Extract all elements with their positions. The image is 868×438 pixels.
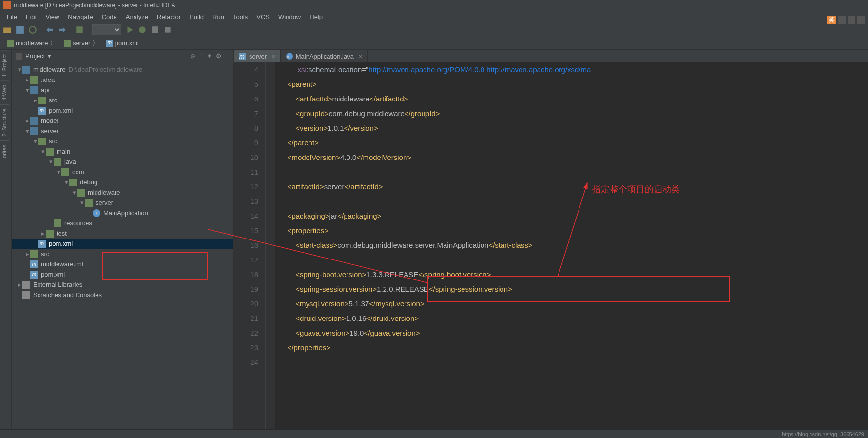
code-line: <groupId>com.debug.middleware</groupId> — [279, 106, 868, 121]
menu-view[interactable]: View — [41, 12, 63, 21]
svg-point-2 — [29, 26, 36, 33]
tree-node[interactable]: api — [12, 85, 233, 95]
tool-bar — [0, 22, 868, 37]
tree-node[interactable]: com — [12, 167, 233, 177]
menu-code[interactable]: Code — [98, 12, 121, 21]
tree-node[interactable]: mpom.xml — [12, 105, 233, 116]
tree-node[interactable]: .idea — [12, 75, 233, 85]
tree-node[interactable]: mpom.xml — [12, 269, 233, 279]
undo-icon[interactable] — [45, 25, 54, 34]
breadcrumb-item[interactable]: server 〉 — [60, 38, 102, 49]
code-line: <parent> — [279, 77, 868, 92]
line-number: 13 — [234, 194, 258, 209]
tray-icon[interactable] — [848, 16, 855, 24]
tree-node[interactable]: main — [12, 146, 233, 157]
menu-help[interactable]: Help — [306, 12, 327, 21]
tree-node[interactable]: mmiddleware.iml — [12, 259, 233, 269]
panel-button[interactable]: ⊕ — [190, 52, 195, 60]
tree-node[interactable]: test — [12, 228, 233, 239]
svg-rect-0 — [3, 27, 11, 33]
tree-node[interactable]: External Libraries — [12, 279, 233, 290]
menu-window[interactable]: Window — [274, 12, 305, 21]
project-panel-header: Project ▾ ⊕÷✦⚙− — [12, 50, 233, 62]
tree-node[interactable]: server — [12, 198, 233, 208]
run-config-select[interactable] — [92, 24, 121, 35]
code-line: xsi:schemaLocation="http://maven.apache.… — [279, 62, 868, 77]
editor-tab[interactable]: ●MainApplication.java× — [281, 50, 368, 62]
tree-node[interactable]: Scratches and Consoles — [12, 290, 233, 300]
code-line: <druid.version>1.0.16</druid.version> — [279, 311, 868, 326]
side-tab[interactable]: 2: Structure — [0, 104, 9, 140]
breadcrumb-bar: middleware 〉server 〉mpom.xml — [0, 37, 868, 50]
menu-analyze[interactable]: Analyze — [122, 12, 152, 21]
code-line — [279, 355, 868, 370]
code-line — [279, 194, 868, 209]
tree-node[interactable]: src — [12, 249, 233, 259]
line-number: 18 — [234, 267, 258, 282]
menu-file[interactable]: File — [3, 12, 21, 21]
line-number: 12 — [234, 179, 258, 194]
tree-node[interactable]: debug — [12, 177, 233, 187]
save-icon[interactable] — [16, 25, 24, 34]
code-line: </properties> — [279, 340, 868, 355]
open-icon[interactable] — [3, 25, 12, 34]
tree-node[interactable]: src — [12, 136, 233, 146]
project-panel: Project ▾ ⊕÷✦⚙− middlewareD:\ideaProject… — [12, 50, 234, 429]
build-icon[interactable] — [75, 25, 84, 34]
line-number: 19 — [234, 282, 258, 297]
tree-node[interactable]: model — [12, 116, 233, 126]
tray-icon[interactable] — [857, 16, 865, 24]
editor-tab[interactable]: mserver× — [234, 50, 281, 62]
tray-lang-icon[interactable]: 英 — [827, 16, 836, 24]
debug-icon[interactable] — [138, 25, 147, 34]
tree-node[interactable]: src — [12, 95, 233, 105]
coverage-icon[interactable] — [151, 25, 159, 34]
tree-node[interactable]: java — [12, 157, 233, 167]
line-number: 15 — [234, 223, 258, 238]
code-line — [279, 165, 868, 179]
tree-node[interactable]: middleware — [12, 187, 233, 198]
editor: mserver×●MainApplication.java× 456789101… — [234, 50, 868, 429]
breadcrumb-item[interactable]: mpom.xml — [102, 39, 143, 48]
code-line: <packaging>jar</packaging> — [279, 209, 868, 223]
code-line: <version>1.0.1</version> — [279, 121, 868, 136]
project-tree[interactable]: middlewareD:\ideaProject\middleware.idea… — [12, 62, 233, 429]
tree-node[interactable]: middlewareD:\ideaProject\middleware — [12, 64, 233, 75]
stop-icon[interactable] — [163, 25, 172, 34]
system-tray: 英 — [827, 16, 865, 24]
menu-edit[interactable]: Edit — [22, 12, 40, 21]
panel-button[interactable]: ÷ — [199, 52, 203, 60]
code-content[interactable]: xsi:schemaLocation="http://maven.apache.… — [275, 62, 868, 429]
menu-run[interactable]: Run — [209, 12, 228, 21]
side-tab[interactable]: orites — [0, 140, 9, 162]
menu-tools[interactable]: Tools — [229, 12, 251, 21]
line-gutter: 456789101112131415161718192021222324 — [234, 62, 266, 429]
code-line: </parent> — [279, 136, 868, 150]
run-icon[interactable] — [125, 25, 134, 34]
panel-button[interactable]: ⚙ — [216, 52, 222, 60]
panel-button[interactable]: − — [226, 52, 230, 60]
tree-node[interactable]: mpom.xml — [12, 239, 233, 249]
tree-node[interactable]: resources — [12, 218, 233, 228]
code-line: <properties> — [279, 223, 868, 238]
tree-node[interactable]: server — [12, 126, 233, 136]
line-number: 23 — [234, 340, 258, 355]
line-number: 9 — [234, 136, 258, 150]
menu-vcs[interactable]: VCS — [252, 12, 273, 21]
side-tab[interactable]: 4:Web — [0, 80, 9, 104]
tray-icon[interactable] — [838, 16, 846, 24]
line-number: 6 — [234, 92, 258, 106]
svg-point-4 — [139, 26, 146, 33]
tree-node[interactable]: ●MainApplication — [12, 208, 233, 218]
breadcrumb-item[interactable]: middleware 〉 — [3, 38, 60, 49]
menu-navigate[interactable]: Navigate — [64, 12, 96, 21]
line-number: 17 — [234, 253, 258, 267]
menu-build[interactable]: Build — [186, 12, 208, 21]
redo-icon[interactable] — [58, 25, 67, 34]
sync-icon[interactable] — [28, 25, 37, 34]
panel-button[interactable]: ✦ — [207, 52, 212, 60]
line-number: 8 — [234, 121, 258, 136]
line-number: 22 — [234, 326, 258, 340]
side-tab[interactable]: 1: Project — [0, 50, 9, 80]
menu-refactor[interactable]: Refactor — [153, 12, 185, 21]
